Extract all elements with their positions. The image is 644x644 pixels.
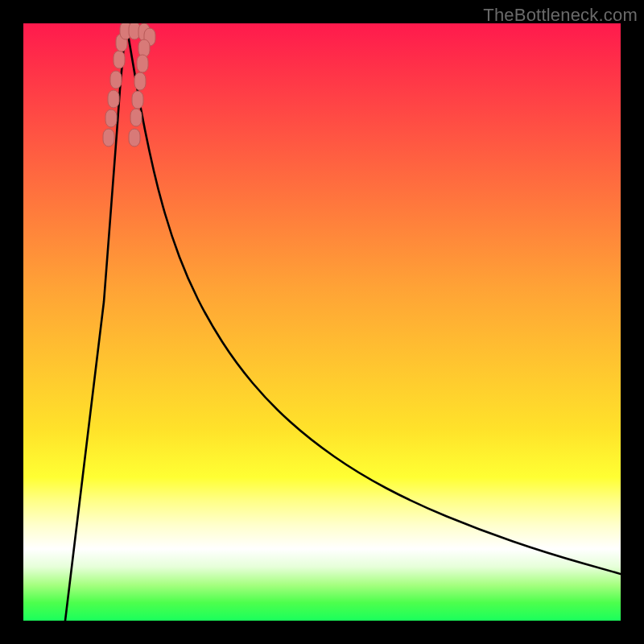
svg-rect-4 — [114, 51, 125, 68]
data-marker — [136, 54, 149, 73]
svg-rect-11 — [137, 55, 148, 72]
data-marker — [113, 50, 126, 69]
data-marker — [134, 72, 147, 91]
svg-rect-13 — [132, 91, 143, 109]
data-marker — [130, 108, 142, 127]
watermark-text: TheBottleneck.com — [483, 5, 638, 26]
svg-rect-15 — [129, 129, 140, 147]
svg-rect-1 — [105, 109, 117, 127]
svg-rect-2 — [108, 90, 119, 108]
data-marker — [109, 70, 122, 89]
data-marker — [105, 109, 118, 128]
data-marker — [102, 128, 115, 147]
plot-frame — [23, 23, 621, 621]
data-marker — [128, 128, 141, 147]
svg-rect-0 — [103, 129, 114, 147]
svg-rect-12 — [134, 72, 146, 90]
svg-rect-14 — [130, 109, 142, 126]
data-marker — [107, 89, 120, 109]
data-marker — [131, 90, 144, 109]
data-markers — [23, 23, 621, 621]
svg-rect-3 — [110, 71, 122, 89]
